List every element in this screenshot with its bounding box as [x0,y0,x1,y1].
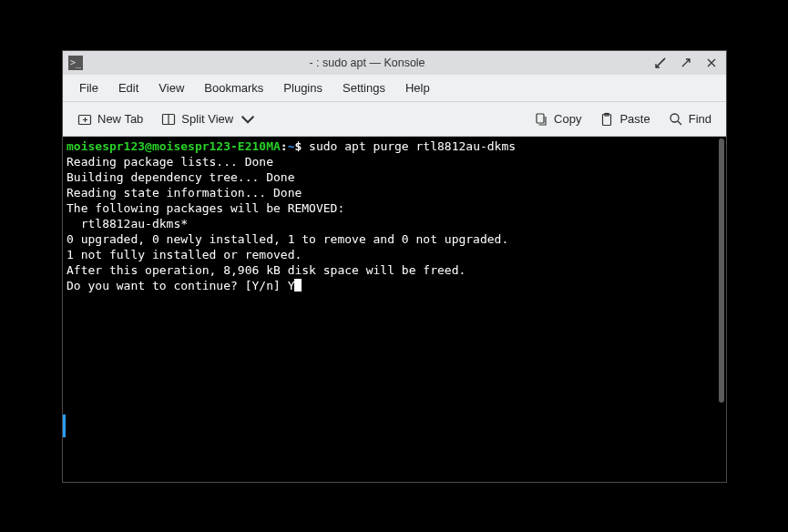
menu-view[interactable]: View [149,77,193,98]
output-line: rtl8812au-dkms* [67,217,188,230]
output-line: The following packages will be REMOVED: [67,201,344,215]
paste-label: Paste [619,112,650,126]
titlebar[interactable]: >_ - : sudo apt — Konsole [63,51,726,75]
menu-help[interactable]: Help [396,77,439,98]
app-icon: >_ [68,56,83,70]
copy-button[interactable]: Copy [527,107,588,131]
svg-point-6 [670,114,679,122]
new-tab-button[interactable]: New Tab [70,107,150,131]
output-line: Reading state information... Done [67,186,302,200]
scroll-thumb[interactable] [719,138,724,403]
svg-line-7 [678,121,681,125]
minimize-icon [655,57,666,68]
command-text: sudo apt purge rtl8812au-dkms [302,139,516,153]
close-icon [706,57,717,68]
maximize-button[interactable] [677,54,695,72]
maximize-icon [681,57,691,68]
output-line: Building dependency tree... Done [67,170,294,184]
scrollbar[interactable] [717,137,726,482]
prompt-userhost: moisespr123@moisespr123-E210MA [67,139,281,153]
terminal-cursor [294,279,302,292]
new-tab-icon [77,112,92,127]
menu-settings[interactable]: Settings [333,77,394,98]
output-line: 1 not fully installed or removed. [67,248,302,261]
paste-button[interactable]: Paste [592,107,657,131]
selection-indicator [63,414,66,437]
menubar: File Edit View Bookmarks Plugins Setting… [63,75,726,102]
find-label: Find [689,112,711,126]
output-line: 0 upgraded, 0 newly installed, 1 to remo… [67,232,508,246]
copy-icon [534,112,548,127]
split-view-button[interactable]: Split View [154,107,262,131]
new-tab-label: New Tab [97,112,143,126]
copy-label: Copy [554,112,581,126]
terminal-area[interactable]: moisespr123@moisespr123-E210MA:~$ sudo a… [63,137,726,482]
terminal-content[interactable]: moisespr123@moisespr123-E210MA:~$ sudo a… [63,137,717,482]
search-icon [669,112,683,127]
close-button[interactable] [702,54,721,72]
menu-file[interactable]: File [70,77,107,98]
prompt-colon: : [281,139,288,153]
split-view-label: Split View [181,112,233,126]
minimize-button[interactable] [651,54,670,72]
menu-edit[interactable]: Edit [109,77,148,98]
window-title: - : sudo apt — Konsole [90,56,644,69]
output-line: Reading package lists... Done [67,155,273,169]
menu-plugins[interactable]: Plugins [274,77,332,98]
toolbar: New Tab Split View Copy Paste Find [63,102,726,137]
split-view-icon [161,112,176,127]
svg-rect-3 [537,114,544,123]
chevron-down-icon [240,112,255,127]
menu-bookmarks[interactable]: Bookmarks [195,77,272,98]
output-line: After this operation, 8,906 kB disk spac… [67,263,466,277]
paste-icon [599,112,614,127]
konsole-window: >_ - : sudo apt — Konsole File Edit View… [62,50,727,483]
find-button[interactable]: Find [661,107,719,131]
output-line: Do you want to continue? [Y/n] Y [67,279,294,292]
